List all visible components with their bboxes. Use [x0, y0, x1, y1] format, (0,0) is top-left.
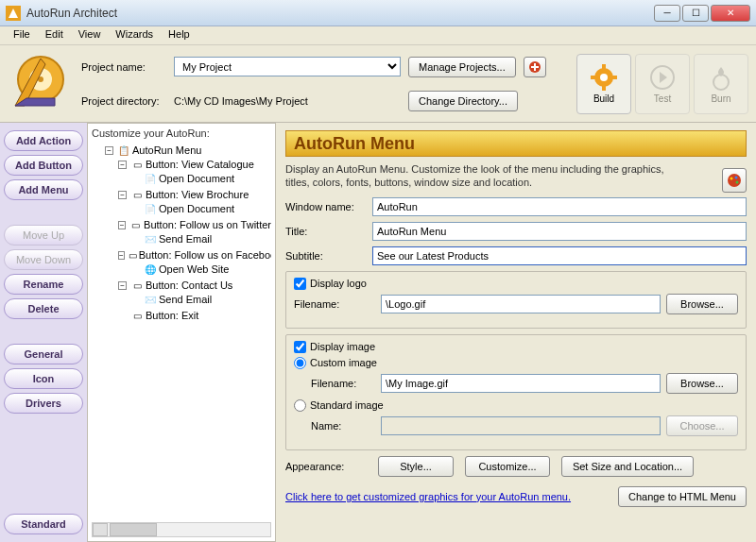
projectname-select[interactable]: My Project — [174, 57, 401, 76]
setsize-button[interactable]: Set Size and Location... — [561, 456, 694, 477]
top-panel: Project name: My Project Manage Projects… — [0, 45, 756, 123]
svg-rect-10 — [611, 76, 617, 79]
menu-file[interactable]: File — [6, 26, 38, 44]
maximize-button[interactable]: ☐ — [682, 5, 709, 22]
tree-item[interactable]: −▭Button: Follow us on Twitter — [118, 218, 271, 231]
tree-label: Customize your AutoRun: — [92, 127, 271, 139]
appearance-label: Appearance: — [285, 461, 372, 472]
collapse-icon[interactable]: − — [118, 281, 127, 290]
button-icon: ▭ — [129, 218, 142, 231]
tree-action[interactable]: 📄Open Document — [131, 172, 271, 185]
test-button[interactable]: Test — [635, 54, 690, 114]
tree-action[interactable]: ✉️Send Email — [131, 293, 271, 306]
tree-item[interactable]: ▭Button: Exit — [118, 309, 271, 322]
doc-icon: 📄 — [144, 202, 157, 215]
button-icon: ▭ — [130, 188, 144, 201]
windowname-label: Window name: — [285, 201, 372, 212]
general-button[interactable]: General — [4, 344, 83, 364]
subtitle-input[interactable] — [372, 246, 747, 265]
button-icon: ▭ — [130, 158, 144, 171]
collapse-icon[interactable]: − — [118, 221, 126, 229]
button-icon: ▭ — [130, 309, 144, 322]
titlebar: AutoRun Architect ─ ☐ ✕ — [0, 0, 756, 26]
svg-point-12 — [713, 75, 729, 90]
svg-point-6 — [600, 74, 608, 81]
add-project-button[interactable] — [524, 57, 546, 77]
detail-panel: AutoRun Menu Display an AutoRun Menu. Cu… — [276, 123, 756, 542]
tree-action[interactable]: ✉️Send Email — [131, 232, 271, 246]
style-button[interactable]: Style... — [378, 456, 454, 477]
tree-item[interactable]: −▭Button: Follow us on Facebook — [118, 248, 271, 262]
menubar: File Edit View Wizards Help — [0, 26, 756, 45]
tree-action[interactable]: 📄Open Document — [131, 202, 271, 215]
rename-button[interactable]: Rename — [4, 274, 83, 295]
tree-root[interactable]: − 📋 AutoRun Menu — [105, 144, 271, 157]
collapse-icon[interactable]: − — [118, 191, 127, 199]
standard-image-radio[interactable] — [294, 399, 306, 412]
standard-image-label: Standard image — [310, 399, 384, 411]
projectdir-value: C:\My CD Images\My Project — [174, 95, 401, 107]
custom-browse-button[interactable]: Browse... — [666, 373, 738, 394]
scroll-thumb[interactable] — [110, 523, 157, 536]
delete-button[interactable]: Delete — [4, 298, 83, 319]
horizontal-scrollbar[interactable] — [92, 522, 271, 537]
display-image-label: Display image — [310, 341, 375, 352]
choose-button: Choose... — [666, 415, 738, 436]
display-logo-checkbox[interactable] — [294, 278, 306, 290]
move-up-button[interactable]: Move Up — [4, 225, 83, 246]
icon-button[interactable]: Icon — [4, 368, 83, 389]
custom-image-label: Custom image — [310, 357, 377, 368]
svg-rect-8 — [602, 85, 606, 91]
collapse-icon[interactable]: − — [118, 251, 125, 260]
projectdir-label: Project directory: — [81, 95, 166, 107]
close-button[interactable]: ✕ — [711, 5, 750, 22]
build-button[interactable]: Build — [576, 54, 631, 114]
add-action-button[interactable]: Add Action — [4, 130, 83, 151]
collapse-icon[interactable]: − — [105, 146, 113, 155]
tree-action[interactable]: 🌐Open Web Site — [131, 263, 271, 276]
scroll-left-arrow[interactable] — [93, 523, 108, 536]
drivers-button[interactable]: Drivers — [4, 393, 83, 414]
graphics-link[interactable]: Click here to get customized graphics fo… — [285, 491, 571, 502]
title-input[interactable] — [372, 222, 747, 241]
mail-icon: ✉️ — [144, 293, 157, 306]
standard-button[interactable]: Standard — [4, 514, 83, 534]
change-directory-button[interactable]: Change Directory... — [408, 91, 518, 111]
menu-edit[interactable]: Edit — [38, 26, 71, 44]
burn-button[interactable]: Burn — [694, 54, 748, 114]
minimize-button[interactable]: ─ — [654, 5, 680, 22]
app-icon — [6, 6, 21, 21]
play-icon — [648, 63, 677, 92]
projectname-label: Project name: — [81, 61, 166, 73]
add-button-button[interactable]: Add Button — [4, 155, 83, 176]
detail-title: AutoRun Menu — [294, 134, 415, 154]
mail-icon: ✉️ — [144, 232, 157, 246]
palette-button[interactable] — [722, 168, 747, 193]
logo-browse-button[interactable]: Browse... — [666, 294, 738, 314]
logo-filename-input[interactable] — [381, 295, 661, 313]
collapse-icon[interactable]: − — [118, 161, 127, 169]
move-down-button[interactable]: Move Down — [4, 249, 83, 270]
svg-point-16 — [736, 181, 739, 184]
tree-item[interactable]: −▭Button: View Catalogue — [118, 158, 271, 171]
tree-item[interactable]: −▭Button: View Brochure — [118, 188, 271, 201]
tree-item[interactable]: −▭Button: Contact Us — [118, 279, 271, 292]
customize-button[interactable]: Customize... — [465, 456, 550, 477]
tree[interactable]: − 📋 AutoRun Menu −▭Button: View Catalogu… — [92, 143, 271, 520]
standard-name-input — [381, 416, 661, 435]
svg-rect-7 — [602, 64, 606, 70]
custom-image-radio[interactable] — [294, 357, 306, 369]
burn-icon — [707, 63, 735, 92]
windowname-input[interactable] — [372, 197, 747, 216]
menu-wizards[interactable]: Wizards — [108, 26, 161, 44]
svg-point-13 — [728, 174, 741, 187]
display-image-checkbox[interactable] — [294, 341, 306, 353]
menu-help[interactable]: Help — [161, 26, 198, 44]
change-html-button[interactable]: Change to HTML Menu — [618, 486, 747, 507]
manage-projects-button[interactable]: Manage Projects... — [408, 57, 516, 77]
detail-description: Display an AutoRun Menu. Customize the l… — [285, 162, 682, 190]
custom-filename-label: Filename: — [311, 378, 381, 389]
menu-view[interactable]: View — [71, 26, 109, 44]
custom-filename-input[interactable] — [381, 374, 661, 393]
add-menu-button[interactable]: Add Menu — [4, 179, 83, 200]
